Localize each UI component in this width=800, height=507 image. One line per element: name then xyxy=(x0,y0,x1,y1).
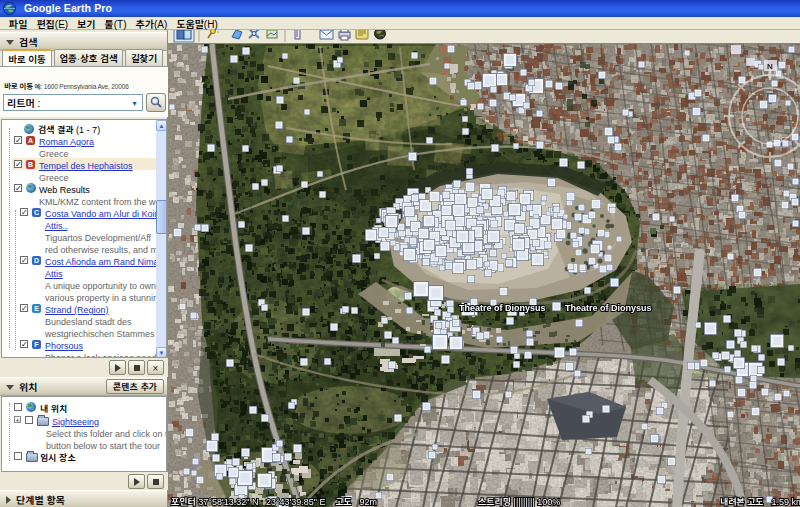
svg-text:스트리밍 ||||||||| 100%: 스트리밍 ||||||||| 100% xyxy=(478,495,560,507)
svg-text:Theatre of Dionysus: Theatre of Dionysus xyxy=(565,303,652,313)
svg-text:내려본 고도 1.59 km: 내려본 고도 1.59 km xyxy=(720,495,800,507)
svg-text:포인터 37°58'13.32" N 23°43'39.: 포인터 37°58'13.32" N 23°43'39.85" E 고도 92m xyxy=(171,495,377,507)
svg-text:N: N xyxy=(767,62,773,71)
svg-text:Theatre of Dionysus: Theatre of Dionysus xyxy=(459,303,546,313)
